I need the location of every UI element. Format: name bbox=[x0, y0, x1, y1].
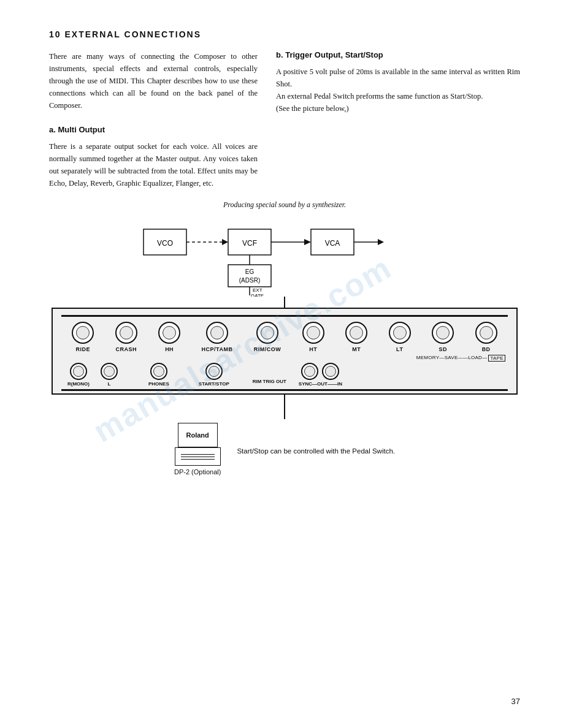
body-text-a: There is a separate output socket for ea… bbox=[49, 140, 258, 189]
sub-heading-b: b. Trigger Output, Start/Stop bbox=[276, 50, 520, 59]
pedal-brand: Roland bbox=[186, 431, 209, 439]
knob-l[interactable] bbox=[101, 363, 118, 380]
knob-r-mono[interactable] bbox=[70, 363, 87, 380]
knob-sd[interactable]: SD bbox=[432, 322, 454, 352]
pedal-area: Roland DP-2 (Optional) Start/Stop can be… bbox=[52, 423, 518, 476]
synth-diagram-svg: VCO VCF VCA EG bbox=[125, 217, 444, 297]
svg-text:EG: EG bbox=[245, 268, 255, 275]
knob-hcp-tamb[interactable]: HCP/TAMB bbox=[202, 322, 233, 352]
pedal-start-stop-text: Start/Stop can be controlled with the Pe… bbox=[237, 447, 395, 455]
synth-block-diagram: VCO VCF VCA EG bbox=[49, 217, 520, 297]
svg-marker-7 bbox=[304, 239, 311, 245]
svg-text:VCA: VCA bbox=[325, 239, 340, 248]
panel-diagram: RIDE CRASH HH HCP/TAMB bbox=[52, 297, 518, 476]
knob-ht[interactable]: HT bbox=[302, 322, 324, 352]
knob-ride[interactable]: RIDE bbox=[72, 322, 94, 352]
svg-marker-11 bbox=[378, 239, 384, 245]
memory-save-load-label: MEMORY—SAVE——LOAD— bbox=[416, 355, 488, 362]
knob-bd[interactable]: BD bbox=[475, 322, 497, 352]
knob-sync-out[interactable] bbox=[301, 363, 318, 380]
svg-marker-3 bbox=[222, 239, 228, 245]
intro-text: There are many ways of connecting the Co… bbox=[49, 50, 258, 112]
knob-lt[interactable]: LT bbox=[389, 322, 411, 352]
sub-heading-a: a. Multi Output bbox=[49, 125, 258, 134]
svg-text:VCO: VCO bbox=[157, 239, 173, 248]
knob-mt[interactable]: MT bbox=[345, 322, 367, 352]
knob-hh[interactable]: HH bbox=[158, 322, 180, 352]
page-number: 37 bbox=[511, 697, 520, 706]
diagram-area: Producing special sound by a synthesizer… bbox=[49, 200, 520, 476]
pedal-base bbox=[175, 447, 221, 466]
col-left: There are many ways of connecting the Co… bbox=[49, 50, 258, 189]
page: manualsarchive.com 10 EXTERNAL CONNECTIO… bbox=[0, 0, 563, 728]
svg-text:VCF: VCF bbox=[242, 239, 257, 248]
knob-rim-cow[interactable]: RIM/COW bbox=[254, 322, 282, 352]
knob-start-stop[interactable] bbox=[205, 363, 223, 380]
pedal-brand-box: Roland bbox=[178, 423, 218, 447]
diagram-caption: Producing special sound by a synthesizer… bbox=[223, 200, 346, 210]
pedal-caption: DP-2 (Optional) bbox=[174, 468, 221, 476]
section-title: 10 EXTERNAL CONNECTIONS bbox=[49, 29, 520, 39]
two-col-layout: There are many ways of connecting the Co… bbox=[49, 50, 520, 189]
body-text-b: A positive 5 volt pulse of 20ms is avail… bbox=[276, 66, 520, 115]
knob-crash[interactable]: CRASH bbox=[115, 322, 137, 352]
tape-label: TAPE bbox=[488, 355, 505, 362]
svg-text:(ADSR): (ADSR) bbox=[239, 277, 260, 284]
col-right: b. Trigger Output, Start/Stop A positive… bbox=[276, 50, 520, 189]
knob-phones[interactable] bbox=[150, 363, 167, 380]
knob-sync-in[interactable] bbox=[322, 363, 339, 380]
svg-text:EXT: EXT bbox=[253, 287, 262, 293]
